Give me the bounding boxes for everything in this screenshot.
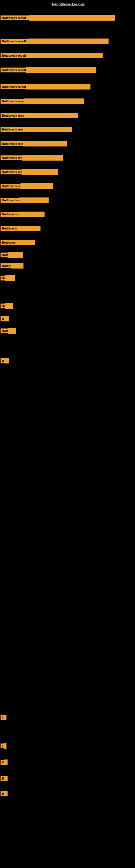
bottleneck-label-26: | [1,744,4,748]
bottleneck-row-14: Bottleneck re [1,212,45,217]
bar-1 [29,15,115,21]
bottleneck-label-3: Bottleneck result [1,53,27,58]
bottleneck-row-1: Bottleneck result [1,15,115,21]
bar-22 [4,316,9,321]
bottleneck-row-19: Bo [1,275,15,281]
bottleneck-label-23: Bott [1,329,8,333]
bottleneck-row-29: B [1,791,8,796]
bar-25 [4,715,6,720]
bottleneck-row-25: | [1,715,6,720]
bottleneck-row-26: | [1,743,6,749]
bottleneck-label-22: B [1,316,4,321]
bar-10 [22,155,63,161]
bottleneck-row-11: Bottleneck resu [1,169,58,175]
bottleneck-label-8: Bottleneck resu [1,127,23,132]
bottleneck-label-28: E [1,776,4,781]
bottleneck-row-10: Bottleneck resu [1,155,63,161]
bottleneck-row-27: E [1,760,8,765]
bottleneck-row-5: Bottleneck result [1,84,90,90]
bar-5 [26,84,90,90]
bottleneck-label-5: Bottleneck result [1,84,26,89]
bar-26 [4,743,6,749]
site-title: TheBottlenecker.com [0,0,135,9]
bottleneck-label-6: Bottleneck resu [1,99,24,104]
bottleneck-label-24: B [1,358,4,363]
page-wrapper: TheBottlenecker.com Bottleneck result Bo… [0,0,135,868]
bar-29 [4,791,8,796]
bar-7 [24,113,78,118]
bottleneck-row-16: Bottleneck [1,240,35,245]
bar-28 [4,776,8,781]
bar-16 [16,240,35,245]
bottleneck-label-14: Bottleneck re [1,212,19,217]
bar-9 [23,141,67,147]
bottleneck-row-15: Bottleneck re [1,226,41,231]
bar-6 [24,98,84,104]
bar-11 [21,169,58,175]
bottleneck-row-18: Bottlen [1,263,24,269]
bar-18 [11,263,24,269]
bottleneck-label-4: Bottleneck result [1,67,26,72]
bar-4 [26,67,96,73]
bottleneck-row-24: B [1,358,9,364]
bar-19 [5,275,15,281]
bar-2 [28,38,108,44]
bar-8 [23,127,72,132]
bottleneck-label-29: B [1,791,4,796]
bottleneck-label-27: E [1,760,4,765]
bottleneck-row-22: B [1,316,9,321]
bottleneck-label-18: Bottlen [1,264,11,268]
bar-13 [19,197,49,203]
bottleneck-row-3: Bottleneck result [1,53,103,58]
bottleneck-row-2: Bottleneck result [1,38,108,44]
bottleneck-label-25: | [1,715,4,720]
bar-21 [5,303,13,309]
bar-3 [27,53,103,58]
bottleneck-label-12: Bottleneck res [1,184,20,188]
bottleneck-label-7: Bottleneck resu [1,113,24,118]
bottleneck-label-1: Bottleneck result [1,16,29,20]
bar-12 [20,183,53,189]
bottleneck-label-10: Bottleneck resu [1,155,22,160]
bottleneck-row-4: Bottleneck result [1,67,96,73]
bottleneck-label-17: Bott [1,252,8,257]
bottleneck-row-12: Bottleneck res [1,183,53,189]
bottleneck-label-11: Bottleneck resu [1,169,21,175]
bottleneck-label-13: Bottleneck re [1,198,19,203]
bottleneck-row-7: Bottleneck resu [1,113,78,118]
bar-14 [19,212,45,217]
bar-17 [8,252,23,258]
bar-27 [4,760,8,765]
bottleneck-row-23: Bott [1,328,16,334]
bar-23 [8,328,16,334]
bottleneck-label-16: Bottleneck [1,240,16,245]
bottleneck-row-17: Bott [1,252,23,258]
bar-24 [4,358,9,364]
bottleneck-label-19: Bo [1,276,5,280]
bottleneck-row-6: Bottleneck resu [1,98,84,104]
bottleneck-row-9: Bottleneck resu [1,141,67,147]
bar-15 [18,226,41,231]
bottleneck-label-15: Bottleneck re [1,226,18,231]
bottleneck-row-13: Bottleneck re [1,197,49,203]
bottleneck-row-28: E [1,776,8,781]
bottleneck-row-21: Bo [1,303,13,309]
bottleneck-row-8: Bottleneck resu [1,127,72,132]
bottleneck-label-2: Bottleneck result [1,39,28,44]
bottleneck-label-21: Bo [1,304,5,308]
bottleneck-label-9: Bottleneck resu [1,141,23,146]
